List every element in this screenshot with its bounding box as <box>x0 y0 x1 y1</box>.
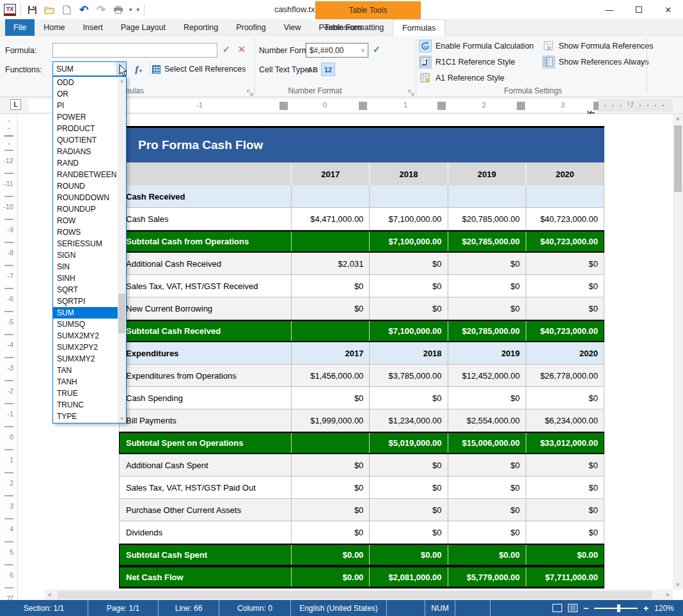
status-segment[interactable]: Section: 1/1 <box>0 600 88 616</box>
value-cell[interactable]: $0 <box>526 253 604 274</box>
new-document-icon[interactable] <box>60 3 73 16</box>
dropdown-scroll-thumb[interactable] <box>118 294 125 333</box>
row-label-cell[interactable]: Additional Cash Received <box>120 253 291 274</box>
row-label-cell[interactable]: Purchase Other Current Assets <box>120 499 291 521</box>
scroll-down-icon[interactable]: ˅ <box>118 414 126 423</box>
status-segment[interactable]: Column: 0 <box>219 600 291 616</box>
function-option[interactable]: RADIANS <box>53 146 126 157</box>
scroll-right-icon[interactable]: ˃ <box>663 590 673 600</box>
value-cell[interactable] <box>291 321 369 341</box>
row-label-cell[interactable]: Subtotal Spent on Operations <box>120 433 291 453</box>
row-label-cell[interactable]: Subtotal Cash Spent <box>120 545 291 565</box>
row-label-cell[interactable]: Expenditures from Operations <box>120 365 291 386</box>
zoom-out-icon[interactable]: − <box>583 604 588 613</box>
table-column-marker[interactable] <box>517 102 525 110</box>
app-logo-icon[interactable]: TX <box>4 4 16 16</box>
formula-setting-toggle[interactable]: R1C1 Reference Style <box>420 54 537 70</box>
function-option[interactable]: SUM <box>53 307 126 319</box>
row-label-cell[interactable]: Subtotal Cash Received <box>120 321 291 341</box>
value-cell[interactable]: 2017 <box>291 342 369 364</box>
value-cell[interactable]: $2,081,000.00 <box>369 567 447 587</box>
value-cell[interactable]: $33,012,000.00 <box>526 433 604 453</box>
value-cell[interactable]: $2,031 <box>291 253 369 274</box>
function-option[interactable]: ROWS <box>53 226 126 238</box>
value-cell[interactable] <box>448 186 526 207</box>
year-header-cell[interactable]: 2019 <box>448 162 526 186</box>
horizontal-scroll-thumb[interactable] <box>58 591 652 599</box>
vertical-scroll-thumb[interactable] <box>674 125 682 192</box>
value-cell[interactable]: $0 <box>526 454 604 476</box>
table-row[interactable]: Sales Tax, VAT, HST/GST Paid Out $0 $0 $… <box>119 477 604 499</box>
value-cell[interactable]: $0.00 <box>291 567 369 587</box>
function-option[interactable]: ROUND <box>53 180 126 192</box>
function-option[interactable]: ROUNDUP <box>53 203 126 215</box>
functions-combobox[interactable]: SUM ˅ <box>52 61 127 76</box>
value-cell[interactable]: $0 <box>448 454 526 476</box>
value-cell[interactable]: $26,778,000.00 <box>526 365 604 386</box>
value-cell[interactable]: $0 <box>526 297 604 319</box>
value-cell[interactable]: $0 <box>448 477 526 498</box>
status-segment[interactable] <box>387 600 425 616</box>
fit-width-icon[interactable] <box>568 604 577 612</box>
value-cell[interactable]: $0 <box>291 387 369 409</box>
value-cell[interactable]: $0 <box>369 521 447 543</box>
row-label-cell[interactable]: Bill Payments <box>120 409 291 431</box>
value-cell[interactable] <box>526 186 604 207</box>
value-cell[interactable] <box>291 433 369 453</box>
value-cell[interactable]: $0 <box>448 253 526 274</box>
vertical-ruler[interactable]: 7 -12-11-10-9-8-7-6-5-4-3-2-101234567 <box>0 114 18 600</box>
value-cell[interactable]: $7,100,000.00 <box>369 321 447 341</box>
function-option[interactable]: RANDBETWEEN <box>53 169 126 180</box>
value-cell[interactable]: $0 <box>526 275 604 297</box>
cancel-formula-icon[interactable]: ✕ <box>238 44 246 54</box>
close-button[interactable]: ✕ <box>654 0 683 19</box>
table-row[interactable]: Dividends $0 $0 $0 $0 <box>119 521 604 544</box>
value-cell[interactable]: $0.00 <box>291 545 369 565</box>
numeric-type-button[interactable]: 12 <box>321 63 335 76</box>
context-tab[interactable]: Table Formatting <box>315 19 393 36</box>
table-row[interactable]: Cash Received <box>119 186 604 208</box>
print-dropdown-icon[interactable]: ▾ <box>129 6 132 13</box>
tab-file[interactable]: File <box>5 19 35 36</box>
status-segment[interactable]: Page: 1/1 <box>88 600 159 616</box>
value-cell[interactable]: $0 <box>526 521 604 543</box>
save-icon[interactable] <box>26 3 38 16</box>
function-option[interactable]: SIN <box>53 261 126 272</box>
function-option[interactable]: RAND <box>53 157 126 169</box>
row-label-cell[interactable]: Cash Received <box>120 186 291 207</box>
function-option[interactable]: SQRTPI <box>53 296 126 307</box>
ribbon-tab[interactable]: View <box>275 19 310 36</box>
function-option[interactable]: SQRT <box>53 284 126 296</box>
row-label-cell[interactable]: Sales Tax, VAT, HST/GST Paid Out <box>120 477 291 498</box>
status-segment[interactable]: English (United States) <box>291 600 387 616</box>
value-cell[interactable]: $7,100,000.00 <box>369 232 447 251</box>
qat-customize-dropdown-icon[interactable]: ▾ <box>137 6 140 13</box>
table-column-marker[interactable] <box>437 102 446 110</box>
dropdown-scrollbar[interactable]: ˄ ˅ <box>118 77 126 423</box>
table-row[interactable]: Subtotal Cash Spent $0.00 $0.00 $0.00 $0… <box>119 544 604 566</box>
value-cell[interactable]: $0 <box>448 387 526 409</box>
status-segment[interactable] <box>455 600 491 616</box>
function-option[interactable]: SERIESSUM <box>53 238 126 249</box>
year-header-cell[interactable]: 2017 <box>291 162 369 186</box>
value-cell[interactable] <box>369 186 447 207</box>
function-option[interactable]: ROUNDDOWN <box>53 192 126 203</box>
value-cell[interactable]: 2018 <box>369 342 447 364</box>
value-cell[interactable]: $0 <box>369 477 447 498</box>
function-option[interactable]: TAN <box>53 365 126 376</box>
vertical-scrollbar[interactable]: ˄ ˅ <box>673 114 683 590</box>
function-option[interactable]: ROW <box>53 215 126 226</box>
table-row[interactable]: Expenditures from Operations $1,456,000.… <box>119 365 604 387</box>
value-cell[interactable]: $0 <box>291 454 369 476</box>
value-cell[interactable]: $7,100,000.00 <box>369 208 447 230</box>
value-cell[interactable]: 2020 <box>526 342 604 364</box>
formula-setting-toggle[interactable]: fx Show Formula References <box>543 38 656 54</box>
value-cell[interactable] <box>291 186 369 207</box>
function-option[interactable]: TYPE <box>53 411 126 422</box>
text-type-button[interactable]: AB <box>306 63 320 76</box>
value-cell[interactable]: $4,471,000.00 <box>291 208 369 230</box>
open-icon[interactable] <box>43 3 56 16</box>
function-option[interactable]: OR <box>53 88 126 100</box>
status-segment[interactable]: Line: 66 <box>159 600 219 616</box>
value-cell[interactable]: $0.00 <box>448 545 526 565</box>
